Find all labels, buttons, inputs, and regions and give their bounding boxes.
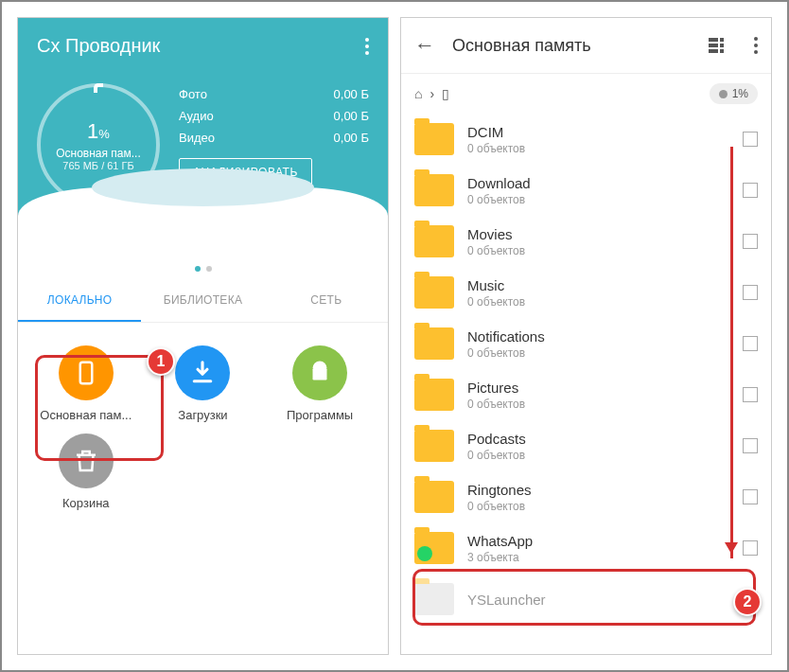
file-header: ← Основная память [401,18,771,74]
list-item[interactable]: Movies0 объектов [414,216,758,267]
folder-icon [414,276,454,309]
folder-icon [414,430,454,462]
list-item[interactable]: YSLauncher [414,574,758,625]
back-icon[interactable]: ← [414,33,435,58]
checkbox[interactable] [743,183,758,198]
folder-list[interactable]: DCIM0 объектов Download0 объектов Movies… [401,114,771,625]
home-icon[interactable]: ⌂ [414,86,422,101]
tabs: ЛОКАЛЬНО БИБЛИОТЕКА СЕТЬ [18,280,388,323]
annotation-arrow [730,147,733,558]
folder-icon [414,379,454,411]
checkbox[interactable] [743,540,758,556]
folder-icon [414,123,454,155]
annotation-badge-1: 1 [147,347,175,376]
menu-icon[interactable] [754,37,758,54]
view-list-icon[interactable] [709,38,724,53]
app-title: Cx Проводник [37,35,160,57]
checkbox[interactable] [743,438,758,453]
tab-library[interactable]: БИБЛИОТЕКА [141,280,264,322]
storage-pill: 1% [710,83,758,104]
phone-icon [59,345,114,400]
list-item[interactable]: Ringtones0 объектов [414,471,758,522]
right-screen: ← Основная память ⌂ › ▯ 1% DCIM0 объекто… [400,17,772,655]
android-icon [292,345,347,400]
list-item[interactable]: DCIM0 объектов [414,114,758,165]
shortcut-trash[interactable]: Корзина [27,428,145,516]
svg-rect-1 [313,368,327,380]
device-icon[interactable]: ▯ [442,86,449,101]
folder-icon [414,327,454,360]
menu-icon[interactable] [365,38,369,55]
list-item-whatsapp[interactable]: WhatsApp3 объекта [414,522,758,574]
page-indicator [18,244,388,280]
checkbox[interactable] [743,336,758,351]
svg-rect-0 [80,363,93,384]
folder-icon [414,532,454,564]
folder-title: Основная память [452,36,692,56]
annotation-badge-2: 2 [733,588,762,616]
folder-icon [414,174,454,206]
folder-icon [414,481,454,513]
download-icon [175,345,230,400]
shortcut-programs[interactable]: Программы [261,340,378,428]
shortcuts-grid: Основная пам... Загрузки Программы Корзи… [18,323,388,533]
checkbox[interactable] [743,387,758,402]
tab-network[interactable]: СЕТЬ [265,280,388,322]
folder-icon [414,225,454,257]
list-item[interactable]: Podcasts0 объектов [414,420,758,471]
tab-local[interactable]: ЛОКАЛЬНО [18,280,141,322]
checkbox[interactable] [743,489,758,504]
list-item[interactable]: Music0 объектов [414,267,758,318]
list-item[interactable]: Notifications0 объектов [414,318,758,369]
list-item[interactable]: Pictures0 объектов [414,369,758,420]
folder-icon [414,583,454,615]
left-screen: Cx Проводник 1% Основная пам... 765 МБ /… [17,17,389,655]
checkbox[interactable] [743,234,758,249]
app-header: Cx Проводник [18,18,388,74]
shortcut-storage[interactable]: Основная пам... [27,340,145,428]
trash-icon [59,433,114,488]
list-item[interactable]: Download0 объектов [414,165,758,216]
checkbox[interactable] [743,132,758,147]
storage-hero: 1% Основная пам... 765 МБ / 61 ГБ Фото0,… [18,74,388,244]
checkbox[interactable] [743,285,758,300]
breadcrumb[interactable]: ⌂ › ▯ 1% [401,74,771,114]
